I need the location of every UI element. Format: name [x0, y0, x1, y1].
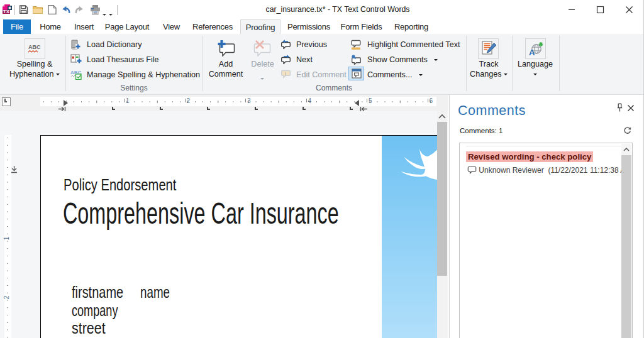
svg-text:A: A — [529, 48, 535, 57]
svg-text:ABC: ABC — [28, 44, 41, 50]
svg-text:I: I — [285, 72, 286, 76]
